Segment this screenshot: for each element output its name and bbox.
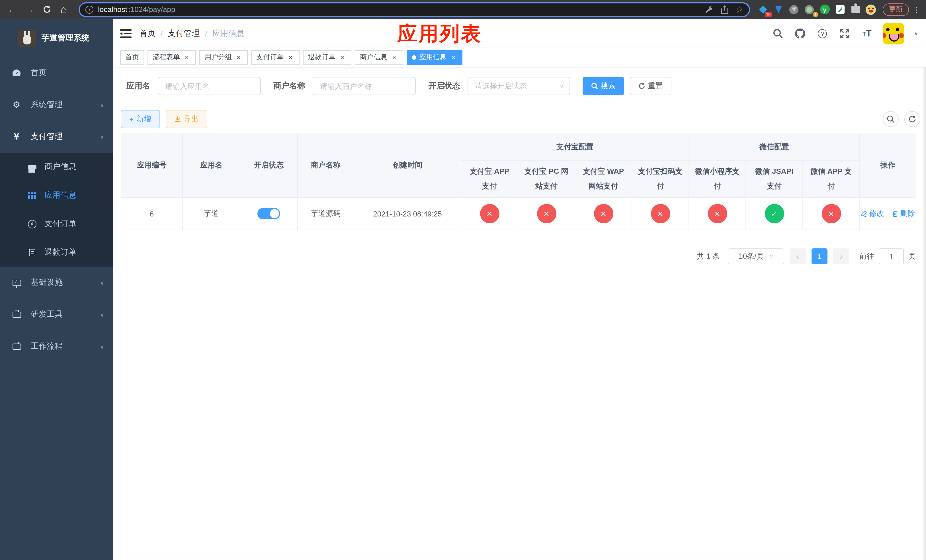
close-icon[interactable]: × [286, 53, 294, 61]
extension-recorder-icon[interactable]: 1 [804, 4, 814, 15]
sidebar-item-merchant-info[interactable]: 商户信息 [0, 153, 113, 181]
tag-merchant-info[interactable]: 商户信息× [355, 50, 403, 65]
col-header-actions: 操作 [859, 133, 916, 197]
refresh-icon [639, 83, 645, 89]
breadcrumb-home[interactable]: 首页 [139, 29, 156, 39]
extension-badge: 10 [765, 12, 772, 17]
extension-notes-icon[interactable] [835, 4, 845, 15]
font-size-icon[interactable]: TT [861, 27, 873, 40]
export-button[interactable]: 导出 [165, 110, 207, 128]
delete-link[interactable]: 删除 [892, 209, 915, 219]
page-number-1[interactable]: 1 [811, 248, 828, 264]
next-page-button[interactable]: › [833, 248, 849, 264]
search-button[interactable]: 搜索 [583, 77, 624, 95]
status-select[interactable]: 请选择开启状态 ∨ [468, 77, 570, 95]
extension-diamond-icon[interactable]: 10 [758, 4, 768, 15]
extension-y-icon[interactable]: y [820, 4, 830, 15]
page-jumper: 前往 页 [859, 248, 916, 264]
edit-link[interactable]: 修改 [861, 209, 884, 219]
url-bar[interactable]: i localhost:1024/pay/app ☆ [79, 2, 750, 17]
grid-shape [28, 192, 36, 199]
browser-reload-icon[interactable] [40, 3, 53, 16]
cell-alipay-pc: ✕ [518, 197, 575, 230]
help-icon[interactable]: ? [816, 27, 829, 40]
tag-label: 支付订单 [256, 52, 284, 62]
close-icon[interactable]: × [390, 53, 398, 61]
tag-home[interactable]: 首页 [120, 50, 144, 65]
notes-shape [836, 5, 844, 14]
chrome-menu-icon[interactable]: ⋮ [912, 5, 920, 14]
goto-page-input[interactable] [879, 248, 904, 264]
sidebar-logo[interactable]: 芋道管理系统 [0, 20, 113, 57]
tag-app-info[interactable]: 应用信息× [407, 50, 462, 65]
monitor-shape [12, 279, 21, 286]
cell-merchant: 芋道源码 [298, 197, 354, 230]
user-avatar[interactable] [883, 23, 905, 44]
sidebar-item-label: 基础设施 [31, 277, 63, 288]
site-info-icon[interactable]: i [85, 5, 94, 14]
table-toolbar: + 新增 导出 [121, 110, 926, 128]
github-icon[interactable] [794, 27, 807, 40]
add-button[interactable]: + 新增 [121, 110, 160, 128]
close-icon[interactable]: × [235, 53, 243, 61]
sidebar-item-payment[interactable]: ¥ 支付管理 ∧ [0, 121, 113, 153]
logo-rabbit-image [18, 29, 36, 47]
fullscreen-icon[interactable] [838, 27, 851, 40]
payment-submenu: 商户信息 应用信息 ¥ 支付订单 退款订单 [0, 153, 113, 266]
status-toggle[interactable] [257, 208, 280, 219]
group-header-alipay: 支付宝配置 [461, 133, 689, 160]
sidebar-item-app-info[interactable]: 应用信息 [0, 181, 113, 210]
search-button-label: 搜索 [601, 81, 616, 91]
chrome-update-button[interactable]: 更新 [883, 3, 909, 16]
sidebar-item-workflow[interactable]: 工作流程 ∨ [0, 330, 113, 362]
status-cross-icon: ✕ [537, 204, 556, 223]
chevron-up-icon: ∧ [100, 133, 104, 140]
toggle-search-button[interactable] [883, 111, 899, 127]
cell-created: 2021-10-23 08:49:25 [354, 197, 461, 230]
refresh-table-button[interactable] [904, 111, 920, 127]
profile-avatar[interactable] [865, 4, 876, 15]
extension-gem-icon[interactable] [773, 4, 784, 15]
extensions-row: 10 ⌘ 1 y [758, 4, 876, 15]
avatar-caret-icon[interactable]: ∨ [914, 31, 918, 36]
browser-forward-icon[interactable]: → [23, 3, 36, 16]
goto-label: 前往 [859, 251, 874, 262]
breadcrumb-payment[interactable]: 支付管理 [168, 29, 200, 39]
sidebar-item-system[interactable]: ⚙ 系统管理 ∨ [0, 89, 113, 121]
reset-button-label: 重置 [648, 81, 663, 91]
tag-user-group[interactable]: 用户分组× [199, 50, 248, 65]
page-size-select[interactable]: 10条/页 ∨ [728, 248, 784, 264]
search-icon[interactable] [772, 27, 784, 40]
merchant-name-input[interactable] [313, 77, 416, 95]
password-key-icon[interactable] [704, 5, 713, 14]
monitor-icon [11, 279, 22, 286]
sidebar-item-devtools[interactable]: 研发工具 ∨ [0, 298, 113, 330]
reset-button[interactable]: 重置 [630, 77, 672, 95]
browser-back-icon[interactable]: ← [6, 3, 20, 16]
app-window: 芋道管理系统 首页 ⚙ 系统管理 ∨ ¥ 支付管理 ∧ [0, 20, 926, 560]
briefcase-shape [12, 343, 21, 350]
extension-command-icon[interactable]: ⌘ [789, 4, 799, 15]
close-icon[interactable]: × [338, 53, 346, 61]
sidebar-item-home[interactable]: 首页 [0, 57, 113, 89]
sidebar-item-pay-order[interactable]: ¥ 支付订单 [0, 210, 113, 238]
close-icon[interactable]: × [183, 53, 191, 61]
share-icon[interactable] [720, 5, 729, 14]
browser-home-icon[interactable]: ⌂ [57, 3, 71, 16]
sidebar-item-infra[interactable]: 基础设施 ∨ [0, 266, 113, 298]
close-icon[interactable]: × [449, 53, 457, 61]
extensions-puzzle-icon[interactable] [850, 4, 861, 15]
url-bar-actions: ☆ [704, 4, 743, 15]
app-name-input[interactable] [158, 77, 261, 95]
tag-label: 商户信息 [360, 52, 387, 62]
sidebar-collapse-icon[interactable] [120, 29, 132, 38]
bookmark-star-icon[interactable]: ☆ [735, 4, 743, 15]
tag-process-form[interactable]: 流程表单× [147, 50, 196, 65]
tag-refund-order[interactable]: 退款订单× [303, 50, 351, 65]
tag-pay-order[interactable]: 支付订单× [251, 50, 300, 65]
sidebar-item-refund-order[interactable]: 退款订单 [0, 238, 113, 266]
main-area: 首页 / 支付管理 / 应用信息 ? [113, 20, 926, 560]
screen: ← → ⌂ i localhost:1024/pay/app ☆ 10 ⌘ [0, 0, 926, 560]
prev-page-button[interactable]: ‹ [790, 248, 806, 264]
col-header-wechat-app: 微信 APP 支付 [803, 160, 859, 197]
